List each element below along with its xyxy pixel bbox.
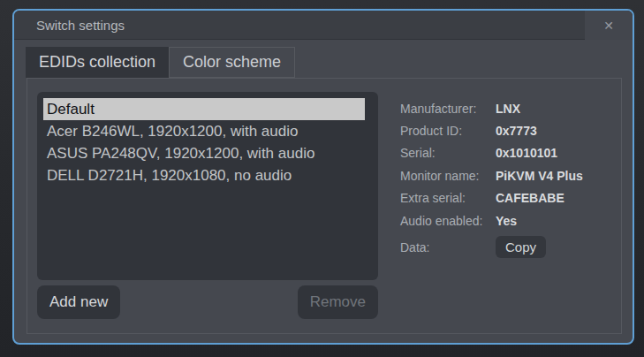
detail-value: CAFEBABE bbox=[496, 191, 564, 205]
tab-label: EDIDs collection bbox=[39, 53, 155, 72]
detail-label: Monitor name: bbox=[400, 169, 496, 183]
list-item-asus[interactable]: ASUS PA248QV, 1920x1200, with audio bbox=[43, 142, 365, 164]
detail-row-manufacturer: Manufacturer: LNX bbox=[400, 97, 617, 119]
detail-row-audio-enabled: Audio enabled: Yes bbox=[400, 209, 617, 232]
detail-row-product-id: Product ID: 0x7773 bbox=[400, 119, 617, 141]
detail-row-monitor-name: Monitor name: PiKVM V4 Plus bbox=[400, 164, 617, 186]
copy-button[interactable]: Copy bbox=[496, 236, 546, 258]
detail-value: Yes bbox=[496, 214, 517, 228]
edid-listbox: Default Acer B246WL, 1920x1200, with aud… bbox=[37, 92, 378, 280]
list-item-default[interactable]: Default bbox=[43, 98, 365, 120]
switch-settings-dialog: Switch settings ✕ EDIDs collection Color… bbox=[12, 9, 634, 345]
edids-panel: Default Acer B246WL, 1920x1200, with aud… bbox=[27, 78, 622, 334]
close-button[interactable]: ✕ bbox=[585, 11, 633, 40]
detail-label: Manufacturer: bbox=[400, 102, 496, 116]
detail-row-data: Data: Copy bbox=[400, 236, 617, 258]
detail-row-extra-serial: Extra serial: CAFEBABE bbox=[400, 187, 617, 209]
detail-value: 0x1010101 bbox=[496, 146, 557, 160]
detail-value: 0x7773 bbox=[496, 124, 537, 138]
dialog-titlebar: Switch settings bbox=[14, 11, 633, 40]
detail-row-serial: Serial: 0x1010101 bbox=[400, 142, 617, 164]
remove-button[interactable]: Remove bbox=[298, 285, 378, 319]
add-new-button[interactable]: Add new bbox=[37, 285, 120, 319]
dialog-title: Switch settings bbox=[36, 18, 125, 33]
tab-edids-collection[interactable]: EDIDs collection bbox=[26, 47, 169, 78]
tab-color-scheme[interactable]: Color scheme bbox=[169, 47, 295, 78]
detail-label: Product ID: bbox=[400, 124, 496, 138]
detail-label: Extra serial: bbox=[400, 191, 496, 205]
list-item-dell[interactable]: DELL D2721H, 1920x1080, no audio bbox=[43, 164, 365, 186]
detail-label: Data: bbox=[400, 240, 496, 254]
list-actions: Add new Remove bbox=[37, 285, 378, 319]
detail-label: Audio enabled: bbox=[400, 214, 496, 228]
detail-value: PiKVM V4 Plus bbox=[496, 169, 583, 183]
tab-bar: EDIDs collection Color scheme bbox=[26, 47, 295, 78]
close-icon: ✕ bbox=[603, 19, 614, 33]
list-item-acer[interactable]: Acer B246WL, 1920x1200, with audio bbox=[43, 120, 365, 142]
detail-label: Serial: bbox=[400, 146, 496, 160]
edid-list-column: Default Acer B246WL, 1920x1200, with aud… bbox=[37, 92, 378, 319]
tab-label: Color scheme bbox=[183, 53, 281, 72]
edid-details: Manufacturer: LNX Product ID: 0x7773 Ser… bbox=[400, 97, 617, 258]
detail-value: LNX bbox=[496, 102, 520, 116]
